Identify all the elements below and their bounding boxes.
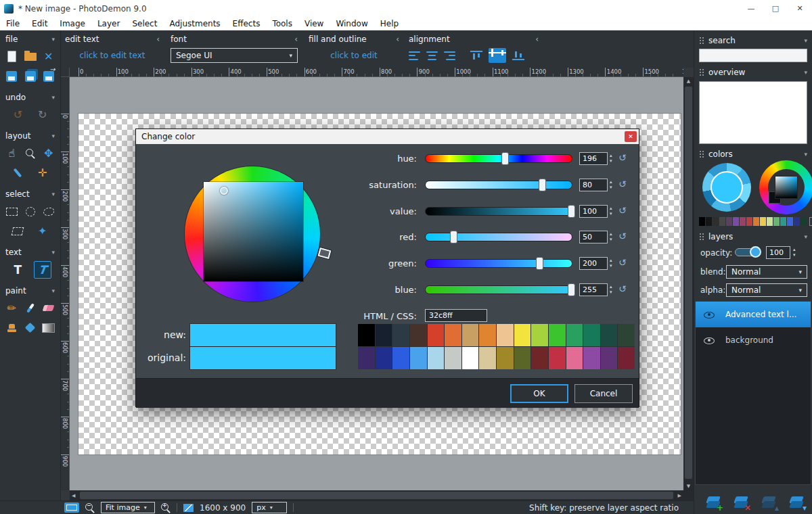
hue-slider[interactable] <box>425 154 572 163</box>
menu-effects[interactable]: Effects <box>227 17 267 30</box>
fill-tool[interactable] <box>22 319 39 337</box>
palette-swatch[interactable] <box>549 324 566 346</box>
text-section-header[interactable]: text▾ <box>0 245 60 260</box>
palette-swatch[interactable] <box>618 324 635 346</box>
drag-grip-icon[interactable] <box>699 37 704 45</box>
menu-select[interactable]: Select <box>126 17 163 30</box>
saturation-slider[interactable] <box>425 181 572 189</box>
polygon-select-tool[interactable] <box>9 223 26 240</box>
strip-swatch[interactable] <box>726 217 732 226</box>
layer-row[interactable]: Advanced text l... <box>696 302 811 327</box>
wand-select-tool[interactable]: ✦ <box>34 223 51 240</box>
file-section-header[interactable]: file▾ <box>0 32 60 47</box>
reset-icon[interactable]: ↺ <box>618 179 627 189</box>
palette-swatch[interactable] <box>497 324 514 346</box>
overview-panel-header[interactable]: overview▾ <box>694 66 812 79</box>
strip-swatch[interactable] <box>713 217 719 226</box>
strip-swatch[interactable] <box>767 217 773 226</box>
minimize-button[interactable]: — <box>739 0 763 17</box>
red-value[interactable]: 50 <box>579 231 608 243</box>
zoom-tool[interactable] <box>22 145 39 162</box>
palette-swatch[interactable] <box>531 324 548 346</box>
saturation-value[interactable]: 80 <box>579 179 608 191</box>
overview-thumbnail[interactable] <box>699 81 807 144</box>
basic-text-tool[interactable]: T <box>9 261 26 279</box>
spinner-arrows[interactable]: ▴▾ <box>610 284 612 295</box>
move-tool[interactable]: ✥ <box>40 145 58 162</box>
drag-grip-icon[interactable] <box>699 233 704 241</box>
delete-layer-button[interactable]: ✕ <box>731 494 750 511</box>
value-value[interactable]: 100 <box>579 205 608 218</box>
palette-swatch[interactable] <box>392 324 409 346</box>
palette-swatch[interactable] <box>376 324 392 346</box>
menu-layer[interactable]: Layer <box>91 17 126 30</box>
valign-top-button[interactable] <box>470 51 482 60</box>
reset-icon[interactable]: ↺ <box>618 283 627 294</box>
menu-image[interactable]: Image <box>53 17 91 30</box>
save-copy-button[interactable] <box>22 68 39 85</box>
dialog-close-button[interactable]: ✕ <box>625 131 637 142</box>
strip-swatch[interactable] <box>800 217 807 226</box>
blue-value[interactable]: 255 <box>579 283 608 296</box>
color-picker-tool[interactable] <box>9 164 26 182</box>
undo-section-header[interactable]: undo▾ <box>0 90 60 105</box>
strip-swatch[interactable] <box>773 217 780 226</box>
reset-icon[interactable]: ↺ <box>618 205 627 216</box>
align-center-button[interactable] <box>426 51 438 60</box>
spinner-arrows[interactable]: ▴▾ <box>610 258 612 268</box>
mini-sv-box[interactable] <box>775 177 797 198</box>
slider-thumb[interactable] <box>450 231 457 243</box>
ok-button[interactable]: OK <box>510 384 568 403</box>
blue-slider[interactable] <box>425 285 572 294</box>
colors-panel-header[interactable]: colors▾ <box>694 147 812 161</box>
eye-icon[interactable] <box>704 335 715 346</box>
menu-tools[interactable]: Tools <box>266 17 298 30</box>
slider-thumb[interactable] <box>539 179 546 191</box>
valign-bottom-button[interactable] <box>512 51 524 60</box>
zoom-in-button[interactable]: + <box>161 503 171 513</box>
eraser-tool[interactable] <box>40 300 58 317</box>
green-slider[interactable] <box>425 259 572 268</box>
cancel-button[interactable]: Cancel <box>574 384 633 403</box>
redo-button[interactable]: ↻ <box>34 106 51 124</box>
close-button[interactable]: ✕ <box>788 0 812 17</box>
add-layer-button[interactable]: + <box>704 494 723 511</box>
rect-select-tool[interactable] <box>3 203 20 220</box>
dialog-titlebar[interactable]: Change color <box>136 129 639 144</box>
menu-window[interactable]: Window <box>330 17 374 30</box>
spinner-arrows[interactable]: ▴▾ <box>610 206 612 216</box>
layers-panel-header[interactable]: layers▾ <box>694 230 812 243</box>
reset-icon[interactable]: ↺ <box>618 231 627 241</box>
palette-swatch[interactable] <box>445 347 461 369</box>
palette-swatch[interactable] <box>462 324 479 346</box>
select-section-header[interactable]: select▾ <box>0 187 60 202</box>
open-image-button[interactable] <box>22 48 39 66</box>
slider-thumb[interactable] <box>568 283 575 296</box>
menu-view[interactable]: View <box>298 17 330 30</box>
palette-swatch[interactable] <box>428 324 445 346</box>
align-left-button[interactable] <box>409 51 420 60</box>
palette-swatch[interactable] <box>601 347 618 369</box>
html-css-input[interactable]: 32c8ff <box>425 309 487 322</box>
search-input[interactable] <box>699 49 807 62</box>
opacity-slider[interactable] <box>735 248 761 256</box>
palette-swatch[interactable] <box>514 347 531 369</box>
palette-swatch[interactable] <box>618 347 635 369</box>
strip-swatch[interactable] <box>787 217 793 226</box>
strip-swatch[interactable] <box>719 217 725 226</box>
palette-swatch[interactable] <box>392 347 409 369</box>
strip-swatch[interactable] <box>794 217 800 226</box>
move-layer-down-button[interactable]: ▾ <box>787 494 806 511</box>
pencil-tool[interactable]: ✏ <box>3 300 20 317</box>
hand-tool[interactable]: ☝ <box>3 145 20 162</box>
layer-row[interactable]: background <box>696 327 811 353</box>
palette-swatch[interactable] <box>428 347 445 369</box>
maximize-button[interactable]: □ <box>763 0 788 17</box>
spinner-arrows[interactable]: ▴▾ <box>610 153 612 164</box>
palette-swatch[interactable] <box>583 347 600 369</box>
valign-middle-button[interactable] <box>489 48 506 63</box>
paintbrush-tool[interactable] <box>22 300 39 317</box>
scroll-down-icon[interactable]: ▼ <box>687 484 690 489</box>
palette-swatch[interactable] <box>479 324 496 346</box>
palette-swatch[interactable] <box>410 347 427 369</box>
